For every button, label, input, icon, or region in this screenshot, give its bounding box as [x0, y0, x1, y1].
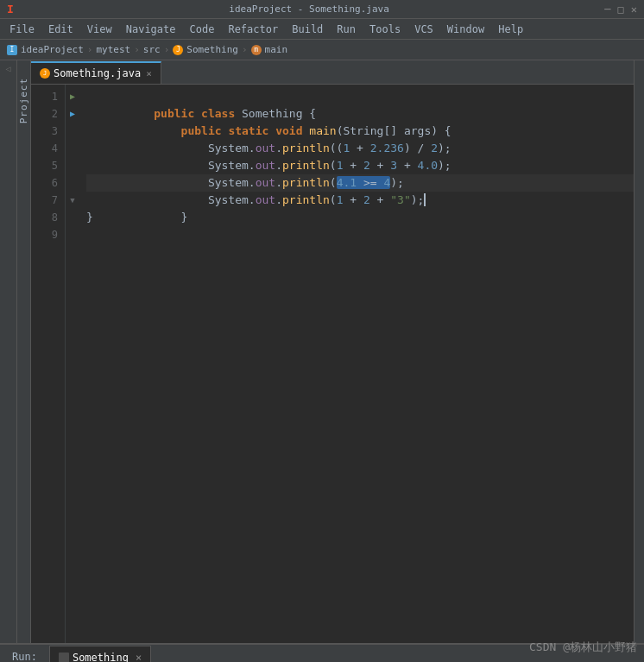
menu-build[interactable]: Build: [286, 22, 329, 37]
line-num-7: 7: [31, 192, 58, 209]
tab-java-icon: J: [40, 68, 50, 79]
line-num-3: 3: [31, 123, 58, 140]
tab-close-button[interactable]: ×: [146, 68, 152, 79]
run-tab-something[interactable]: Something ×: [49, 646, 151, 662]
line-num-6: 6: [31, 174, 58, 192]
breadcrumb-sep2: ›: [134, 44, 140, 55]
breadcrumb-sep4: ›: [242, 44, 248, 55]
menu-window[interactable]: Window: [441, 22, 490, 37]
breadcrumb-src[interactable]: src: [143, 44, 161, 55]
project-panel-label: Project: [18, 78, 29, 123]
menu-edit[interactable]: Edit: [42, 22, 79, 37]
menu-run[interactable]: Run: [331, 22, 362, 37]
project-panel[interactable]: Project: [17, 60, 31, 643]
line-num-2: 2: [31, 105, 58, 123]
title-bar-left: I: [7, 3, 14, 16]
app-icon: I: [7, 3, 14, 16]
gutter-fold-7[interactable]: ▼: [66, 192, 79, 209]
breadcrumb-project[interactable]: ideaProject: [21, 44, 84, 55]
title-bar: I ideaProject - Something.java ─ □ ✕: [0, 0, 644, 19]
breadcrumb-method[interactable]: main: [265, 44, 288, 55]
tab-label: Something.java: [54, 67, 141, 79]
main-layout: ◁ Project J Something.java × 1 2 3 4 5 6…: [0, 60, 644, 643]
window-controls: ─ □ ✕: [604, 3, 637, 16]
breadcrumb-bar: I ideaProject › mytest › src › J Somethi…: [0, 40, 644, 60]
line-num-9: 9: [31, 226, 58, 243]
menu-help[interactable]: Help: [492, 22, 529, 37]
editor-area: J Something.java × 1 2 3 4 5 6 7 8 9 ▶ ▶: [31, 60, 634, 643]
run-label: Run:: [7, 646, 42, 662]
menu-view[interactable]: View: [81, 22, 118, 37]
menu-refactor[interactable]: Refactor: [222, 22, 284, 37]
java-icon: J: [173, 45, 183, 55]
line-num-4: 4: [31, 140, 58, 157]
menu-bar: File Edit View Navigate Code Refactor Bu…: [0, 19, 644, 40]
line-num-5: 5: [31, 157, 58, 174]
code-editor[interactable]: 1 2 3 4 5 6 7 8 9 ▶ ▶ ▼: [31, 85, 634, 643]
gutter-run-1[interactable]: ▶: [66, 88, 79, 105]
project-icon: I: [7, 45, 17, 55]
menu-vcs[interactable]: VCS: [408, 22, 439, 37]
line-num-8: 8: [31, 209, 58, 226]
tab-something-java[interactable]: J Something.java ×: [31, 61, 161, 84]
menu-tools[interactable]: Tools: [363, 22, 407, 37]
code-line-1: public class Something {: [86, 88, 634, 105]
run-tab-label: Something: [73, 652, 129, 663]
code-line-9: [86, 226, 634, 243]
breadcrumb-sep3: ›: [164, 44, 170, 55]
run-tab-icon: [59, 653, 69, 663]
bottom-panel: Run: Something × ■ ⚙ ▲ ▼ ≡ 🗑 "C:\Program…: [0, 643, 644, 662]
right-sidebar: [634, 60, 644, 643]
line-num-1: 1: [31, 88, 58, 105]
left-sidebar: ◁: [0, 60, 17, 643]
sidebar-icon-1[interactable]: ◁: [2, 64, 16, 78]
line-numbers: 1 2 3 4 5 6 7 8 9: [31, 85, 66, 643]
run-tab-bar: Run: Something ×: [0, 645, 644, 662]
menu-code[interactable]: Code: [184, 22, 221, 37]
gutter-run-2[interactable]: ▶: [66, 105, 79, 123]
menu-file[interactable]: File: [3, 22, 41, 37]
gutter: ▶ ▶ ▼: [66, 85, 79, 643]
tab-bar: J Something.java ×: [31, 60, 634, 85]
menu-navigate[interactable]: Navigate: [120, 22, 182, 37]
title-bar-title: ideaProject - Something.java: [229, 3, 388, 15]
breadcrumb-module[interactable]: mytest: [96, 44, 130, 55]
close-icon[interactable]: ✕: [631, 3, 637, 16]
breadcrumb-sep1: ›: [87, 44, 93, 55]
main-icon: m: [251, 45, 262, 55]
maximize-icon[interactable]: □: [618, 3, 624, 16]
code-content[interactable]: public class Something { public static v…: [79, 85, 634, 643]
breadcrumb-class[interactable]: Something: [186, 44, 238, 55]
minimize-icon[interactable]: ─: [604, 3, 610, 16]
run-tab-close[interactable]: ×: [136, 652, 142, 663]
